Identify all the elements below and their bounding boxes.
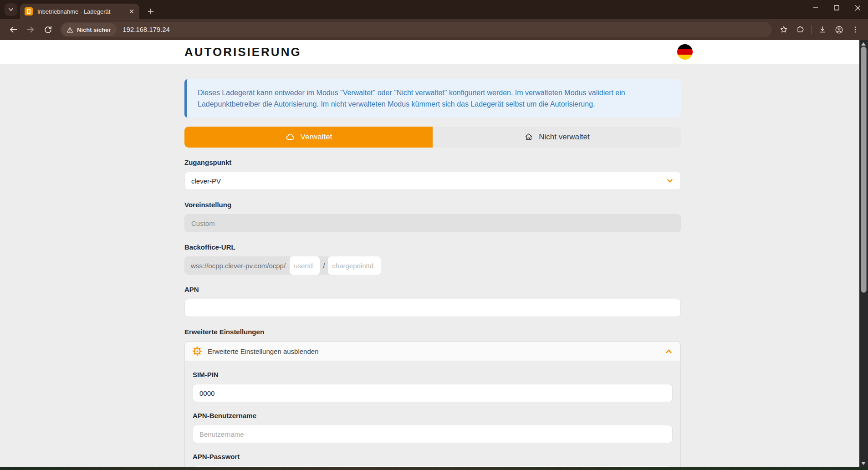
window-controls [805, 0, 868, 19]
voreinstellung-input [184, 214, 681, 232]
tab-verwaltet[interactable]: Verwaltet [184, 127, 433, 148]
cloud-icon [285, 132, 296, 143]
back-button[interactable] [5, 22, 21, 37]
tab-title: Inbetriebnahme - Ladegerät [37, 8, 127, 15]
zugangspunkt-value: clever-PV [191, 177, 221, 185]
address-bar[interactable]: Nicht sicher 192.168.179.24 [60, 22, 772, 37]
chevron-up-icon [664, 347, 673, 356]
maximize-icon [834, 5, 839, 10]
userid-input[interactable] [290, 256, 320, 275]
browser-tab[interactable]: Inbetriebnahme - Ladegerät [20, 4, 139, 19]
toolbar-divider [811, 25, 812, 34]
home-icon [524, 132, 534, 142]
apn-passwort-label: APN-Passwort [193, 453, 673, 460]
advanced-settings-toggle[interactable]: Erweiterte Einstellungen ausblenden [185, 342, 680, 361]
reload-button[interactable] [40, 22, 56, 37]
page-header: AUTORISIERUNG [0, 40, 868, 64]
advanced-settings-panel: Erweiterte Einstellungen ausblenden SIM-… [184, 341, 681, 467]
desktop-background-strip [0, 467, 868, 470]
tab-nicht-verwaltet[interactable]: Nicht verwaltet [433, 127, 681, 148]
tab-search-button[interactable] [5, 3, 17, 16]
kebab-menu-icon [851, 26, 859, 34]
backoffice-url-group: wss://ocpp.clever-pv.com/ocpp/ / [184, 256, 381, 275]
page-title: AUTORISIERUNG [184, 45, 301, 59]
puzzle-icon [796, 25, 805, 34]
zugangspunkt-label: Zugangspunkt [184, 158, 681, 166]
plus-icon [147, 8, 154, 15]
voreinstellung-label: Voreinstellung [184, 201, 681, 209]
forward-button[interactable] [23, 22, 38, 37]
sim-pin-input[interactable] [193, 384, 673, 402]
window-maximize-button[interactable] [826, 0, 847, 15]
warning-icon [66, 26, 74, 34]
browser-toolbar: Nicht sicher 192.168.179.24 [0, 19, 868, 40]
scrollbar-down-arrow-icon[interactable] [861, 462, 866, 465]
back-arrow-icon [8, 25, 18, 35]
advanced-settings-label: Erweiterte Einstellungen [184, 328, 681, 336]
forward-arrow-icon [26, 25, 36, 35]
scrollbar-thumb[interactable] [861, 46, 867, 293]
browser-menu-button[interactable] [848, 22, 863, 37]
url-text: 192.168.179.24 [123, 26, 170, 33]
browser-tab-strip: Inbetriebnahme - Ladegerät [0, 0, 868, 19]
downloads-button[interactable] [815, 22, 830, 37]
window-minimize-button[interactable] [805, 0, 826, 15]
profile-button[interactable] [831, 22, 847, 37]
chargepointid-input[interactable] [328, 256, 381, 275]
zugangspunkt-select[interactable]: clever-PV [184, 172, 681, 190]
download-icon [818, 25, 827, 34]
url-separator: / [320, 256, 328, 275]
browser-window: Inbetriebnahme - Ladegerät [0, 0, 868, 470]
extensions-button[interactable] [792, 22, 808, 37]
info-text: Dieses Ladegerät kann entweder im Modus … [198, 87, 669, 110]
minimize-icon [813, 5, 818, 10]
tab-nicht-verwaltet-label: Nicht verwaltet [539, 133, 589, 142]
favicon-charger-icon [25, 7, 33, 15]
reload-icon [43, 25, 53, 35]
security-label: Nicht sicher [77, 26, 111, 33]
form-container: Dieses Ladegerät kann entweder im Modus … [184, 64, 681, 467]
new-tab-button[interactable] [144, 5, 158, 18]
info-box: Dieses Ladegerät kann entweder im Modus … [184, 79, 681, 118]
apn-label: APN [184, 286, 681, 293]
star-icon [779, 25, 788, 34]
window-close-button[interactable] [847, 0, 868, 15]
apn-input[interactable] [184, 299, 681, 317]
tab-verwaltet-label: Verwaltet [301, 133, 332, 142]
backoffice-url-prefix: wss://ocpp.clever-pv.com/ocpp/ [184, 256, 290, 275]
advanced-settings-body: SIM-PIN APN-Benutzername APN-Passwort [185, 371, 680, 467]
profile-icon [834, 25, 844, 35]
scrollbar-up-arrow-icon[interactable] [861, 42, 866, 46]
german-flag-icon[interactable] [677, 44, 693, 60]
mode-tabs: Verwaltet Nicht verwaltet [184, 127, 681, 148]
page-scrollbar[interactable] [859, 40, 868, 467]
security-chip[interactable]: Nicht sicher [61, 23, 117, 36]
chevron-down-icon [7, 6, 15, 13]
backoffice-url-label: Backoffice-URL [184, 243, 681, 251]
close-icon [855, 5, 861, 11]
sim-pin-label: SIM-PIN [193, 371, 673, 378]
gear-icon [192, 346, 202, 356]
tab-close-icon[interactable] [127, 6, 137, 16]
bookmark-star-button[interactable] [776, 22, 791, 37]
apn-benutzername-label: APN-Benutzername [193, 412, 673, 419]
toolbar-actions [776, 22, 863, 37]
chevron-down-icon [666, 177, 674, 185]
advanced-settings-toggle-label: Erweiterte Einstellungen ausblenden [208, 347, 659, 355]
apn-benutzername-input[interactable] [193, 425, 673, 443]
page-viewport: AUTORISIERUNG Dieses Ladegerät kann entw… [0, 40, 868, 467]
